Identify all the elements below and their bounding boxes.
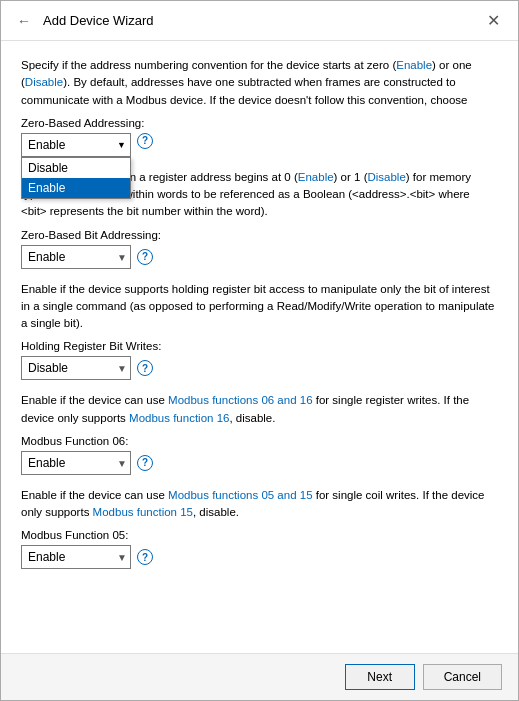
dropdown-arrow-icon: ▼ xyxy=(117,140,126,150)
holding-register-select-wrapper: Disable Enable ▼ xyxy=(21,356,131,380)
zero-based-bit-addressing-label: Zero-Based Bit Addressing: xyxy=(21,229,498,241)
zero-based-bit-addressing-select[interactable]: Enable Disable xyxy=(21,245,131,269)
holding-register-label: Holding Register Bit Writes: xyxy=(21,340,498,352)
modbus-function-06-select-wrapper: Enable Disable ▼ xyxy=(21,451,131,475)
holding-register-help-icon[interactable]: ? xyxy=(137,360,153,376)
cancel-button[interactable]: Cancel xyxy=(423,664,502,690)
wizard-footer: Next Cancel xyxy=(1,653,518,700)
section-modbus-function-05: Enable if the device can use Modbus func… xyxy=(21,487,498,570)
zero-based-addressing-label: Zero-Based Addressing: xyxy=(21,117,498,129)
modbus-function-06-description: Enable if the device can use Modbus func… xyxy=(21,392,498,427)
zero-based-bit-addressing-help-icon[interactable]: ? xyxy=(137,249,153,265)
close-button[interactable]: ✕ xyxy=(481,9,506,32)
zero-based-addressing-help-icon[interactable]: ? xyxy=(137,133,153,149)
modbus-function-06-help-icon[interactable]: ? xyxy=(137,455,153,471)
modbus-function-05-description: Enable if the device can use Modbus func… xyxy=(21,487,498,522)
zero-based-addressing-dropdown-container: Enable ▼ Disable Enable xyxy=(21,133,131,157)
holding-register-select[interactable]: Disable Enable xyxy=(21,356,131,380)
back-button[interactable]: ← xyxy=(13,11,35,31)
modbus-function-06-select[interactable]: Enable Disable xyxy=(21,451,131,475)
zero-based-bit-addressing-select-wrapper: Enable Disable ▼ xyxy=(21,245,131,269)
modbus-function-05-select[interactable]: Enable Disable xyxy=(21,545,131,569)
dropdown-option-enable[interactable]: Enable xyxy=(22,178,130,198)
window-title: Add Device Wizard xyxy=(43,13,154,28)
next-button[interactable]: Next xyxy=(345,664,415,690)
title-bar: ← Add Device Wizard ✕ xyxy=(1,1,518,41)
zero-based-addressing-description: Specify if the address numbering convent… xyxy=(21,57,498,109)
holding-register-description: Enable if the device supports holding re… xyxy=(21,281,498,333)
zero-based-addressing-dropdown-list: Disable Enable xyxy=(21,157,131,199)
zero-based-addressing-select[interactable]: Enable ▼ xyxy=(21,133,131,157)
section-modbus-function-06: Enable if the device can use Modbus func… xyxy=(21,392,498,475)
section-holding-register-bit-writes: Enable if the device supports holding re… xyxy=(21,281,498,381)
modbus-function-05-label: Modbus Function 05: xyxy=(21,529,498,541)
modbus-function-05-select-wrapper: Enable Disable ▼ xyxy=(21,545,131,569)
modbus-function-05-help-icon[interactable]: ? xyxy=(137,549,153,565)
modbus-function-06-label: Modbus Function 06: xyxy=(21,435,498,447)
wizard-content: Specify if the address numbering convent… xyxy=(1,41,518,653)
wizard-window: ← Add Device Wizard ✕ Specify if the add… xyxy=(0,0,519,701)
section-zero-based-addressing: Specify if the address numbering convent… xyxy=(21,57,498,161)
dropdown-option-disable[interactable]: Disable xyxy=(22,158,130,178)
